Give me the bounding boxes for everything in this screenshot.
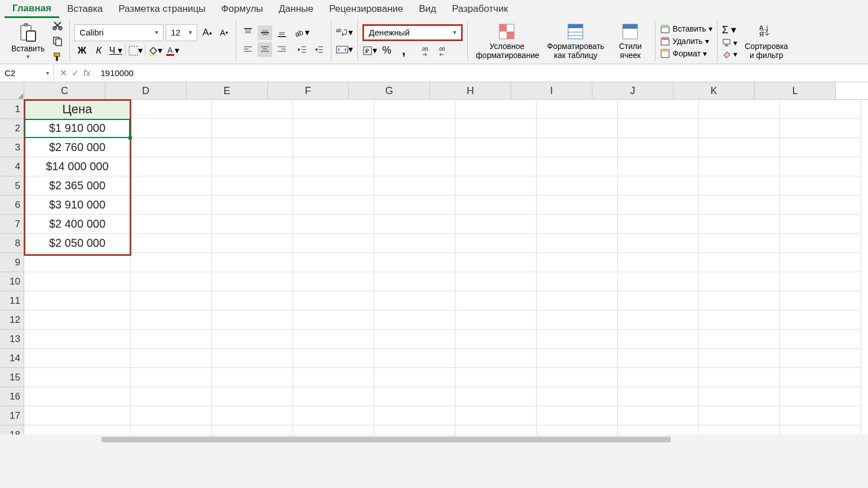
grow-font-button[interactable]: A▴ — [200, 25, 214, 40]
cell-D5[interactable] — [131, 176, 212, 196]
cell-L2[interactable] — [780, 119, 861, 138]
cell-J6[interactable] — [618, 196, 699, 215]
cell-D16[interactable] — [131, 387, 212, 406]
autosum-button[interactable]: Σ ▾ — [722, 24, 737, 36]
conditional-format-button[interactable]: Условное форматирование — [472, 22, 541, 60]
row-header-9[interactable]: 9 — [0, 253, 24, 272]
cell-K7[interactable] — [699, 215, 780, 234]
cell-K12[interactable] — [699, 310, 780, 330]
align-middle-button[interactable] — [258, 25, 272, 40]
cell-I1[interactable] — [537, 100, 618, 119]
cell-L14[interactable] — [780, 349, 861, 368]
row-header-16[interactable]: 16 — [0, 387, 24, 406]
cell-J7[interactable] — [618, 215, 699, 234]
cell-D3[interactable] — [131, 138, 212, 157]
cell-E14[interactable] — [212, 349, 293, 368]
cell-C3[interactable]: $2 760 000 — [24, 138, 131, 157]
cell-F12[interactable] — [293, 310, 374, 330]
col-header-L[interactable]: L — [755, 82, 836, 99]
cell-I14[interactable] — [537, 349, 618, 368]
horizontal-scrollbar[interactable] — [0, 434, 868, 445]
cell-J8[interactable] — [618, 234, 699, 253]
cell-L4[interactable] — [780, 157, 861, 176]
cell-H6[interactable] — [455, 196, 537, 215]
row-header-15[interactable]: 15 — [0, 368, 24, 387]
indent-increase-button[interactable] — [312, 42, 326, 57]
cell-I8[interactable] — [537, 234, 618, 253]
cell-H16[interactable] — [455, 387, 537, 406]
tab-формулы[interactable]: Формулы — [214, 1, 271, 17]
cell-J14[interactable] — [618, 349, 699, 368]
cell-K1[interactable] — [699, 100, 780, 119]
cell-H10[interactable] — [455, 272, 537, 291]
cell-F9[interactable] — [293, 253, 374, 272]
cell-H9[interactable] — [455, 253, 537, 272]
cell-L13[interactable] — [780, 330, 861, 349]
borders-button[interactable]: ▾ — [128, 43, 143, 58]
row-header-1[interactable]: 1 — [0, 100, 24, 119]
align-left-button[interactable] — [241, 42, 255, 57]
cell-K5[interactable] — [699, 176, 780, 196]
cell-C14[interactable] — [24, 349, 131, 368]
name-box[interactable]: C2▾ — [0, 64, 54, 82]
col-header-I[interactable]: I — [511, 82, 592, 99]
cell-G13[interactable] — [374, 330, 455, 349]
cell-D9[interactable] — [131, 253, 212, 272]
cut-button[interactable] — [50, 18, 65, 33]
cell-K9[interactable] — [699, 253, 780, 272]
row-header-14[interactable]: 14 — [0, 349, 24, 368]
cell-H2[interactable] — [455, 119, 537, 138]
cell-F7[interactable] — [293, 215, 374, 234]
row-header-10[interactable]: 10 — [0, 272, 24, 291]
cell-H15[interactable] — [455, 368, 537, 387]
tab-разметка страницы[interactable]: Разметка страницы — [110, 1, 213, 17]
tab-разработчик[interactable]: Разработчик — [444, 1, 516, 17]
increase-decimal-button[interactable]: .00 — [420, 43, 435, 58]
cell-F16[interactable] — [293, 387, 374, 406]
wrap-text-button[interactable]: ab▾ — [336, 25, 353, 40]
cell-L16[interactable] — [780, 387, 861, 406]
italic-button[interactable]: К — [91, 43, 106, 58]
cell-I15[interactable] — [537, 368, 618, 387]
cell-E10[interactable] — [212, 272, 293, 291]
cell-F1[interactable] — [293, 100, 374, 119]
cell-J13[interactable] — [618, 330, 699, 349]
col-header-G[interactable]: G — [349, 82, 430, 99]
cell-H5[interactable] — [455, 176, 537, 196]
row-header-4[interactable]: 4 — [0, 157, 24, 176]
accept-formula-button[interactable]: ✓ — [72, 68, 79, 78]
cell-L17[interactable] — [780, 406, 861, 425]
col-header-E[interactable]: E — [187, 82, 268, 99]
cell-F8[interactable] — [293, 234, 374, 253]
tab-рецензирование[interactable]: Рецензирование — [321, 1, 411, 17]
cell-D4[interactable] — [131, 157, 212, 176]
cell-E12[interactable] — [212, 310, 293, 330]
cell-E9[interactable] — [212, 253, 293, 272]
cell-C1[interactable]: Цена — [24, 100, 131, 119]
cell-E15[interactable] — [212, 368, 293, 387]
align-center-button[interactable] — [258, 42, 272, 57]
cell-H8[interactable] — [455, 234, 537, 253]
orientation-button[interactable]: ab▾ — [295, 25, 309, 40]
cell-I6[interactable] — [537, 196, 618, 215]
cell-D14[interactable] — [131, 349, 212, 368]
cell-G5[interactable] — [374, 176, 455, 196]
cell-J9[interactable] — [618, 253, 699, 272]
cell-F13[interactable] — [293, 330, 374, 349]
align-top-button[interactable] — [241, 25, 255, 40]
cell-I5[interactable] — [537, 176, 618, 196]
cell-C13[interactable] — [24, 330, 131, 349]
sort-filter-button[interactable]: АЯ Сортировка и фильтр — [741, 22, 792, 60]
select-all-corner[interactable] — [0, 82, 24, 99]
row-header-12[interactable]: 12 — [0, 310, 24, 330]
cell-D13[interactable] — [131, 330, 212, 349]
cell-G7[interactable] — [374, 215, 455, 234]
cell-I7[interactable] — [537, 215, 618, 234]
cell-I2[interactable] — [537, 119, 618, 138]
cell-I11[interactable] — [537, 291, 618, 310]
format-cells-button[interactable]: Формат ▾ — [660, 48, 712, 59]
cell-L1[interactable] — [780, 100, 861, 119]
cancel-formula-button[interactable]: ✕ — [60, 68, 67, 78]
col-header-C[interactable]: C — [24, 82, 105, 99]
cell-E4[interactable] — [212, 157, 293, 176]
